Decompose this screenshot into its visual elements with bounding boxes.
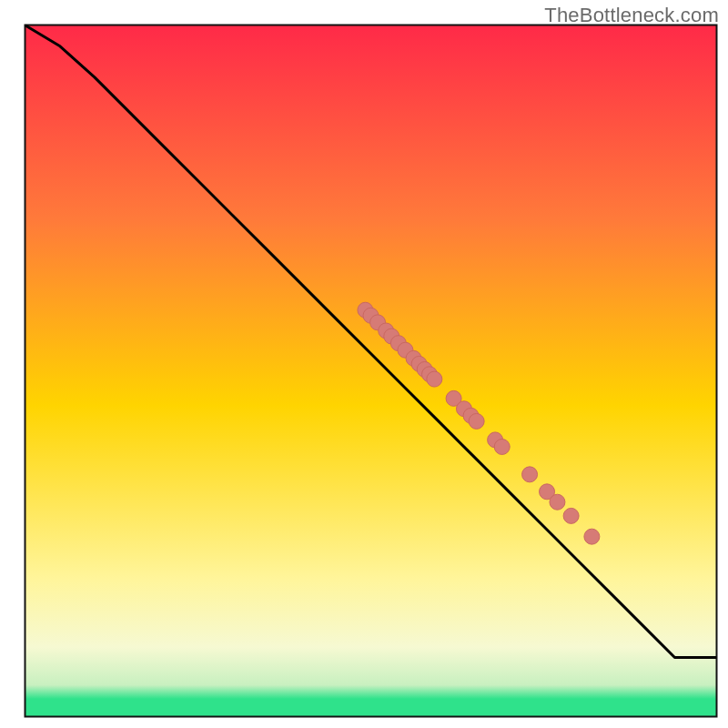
data-marker: [563, 508, 579, 523]
chart-container: TheBottleneck.com: [0, 0, 728, 728]
data-marker: [494, 439, 510, 454]
plot-background: [25, 25, 716, 716]
bottleneck-chart: [0, 0, 728, 728]
data-marker: [550, 494, 565, 510]
data-marker: [522, 467, 538, 482]
data-marker: [427, 371, 442, 387]
watermark-text: TheBottleneck.com: [544, 4, 719, 27]
data-marker: [469, 413, 484, 429]
data-marker: [584, 529, 600, 544]
